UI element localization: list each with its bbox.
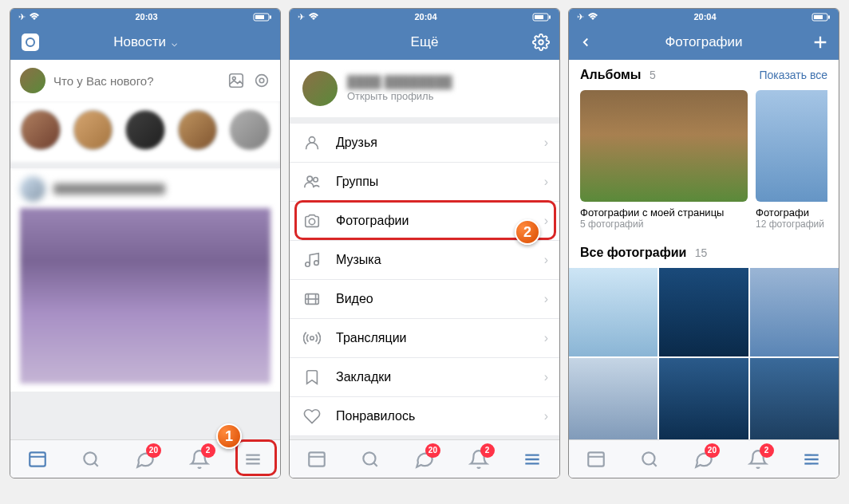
photo-thumb[interactable] xyxy=(750,268,839,356)
tab-discover[interactable] xyxy=(73,442,109,477)
svg-point-7 xyxy=(259,78,264,83)
tab-messages[interactable]: 20 xyxy=(407,442,442,477)
svg-point-8 xyxy=(256,75,268,87)
composer-input[interactable] xyxy=(53,74,219,88)
menu-label: Закладки xyxy=(336,370,391,384)
menu-broadcast[interactable]: Трансляции › xyxy=(290,319,559,358)
svg-rect-43 xyxy=(588,452,604,466)
photo-thumb[interactable] xyxy=(569,358,657,439)
post-avatar xyxy=(20,176,45,202)
tab-menu[interactable] xyxy=(235,442,270,477)
svg-rect-39 xyxy=(814,15,823,19)
album-cover xyxy=(580,90,748,202)
story[interactable] xyxy=(229,109,270,151)
header: Новости ⌵ xyxy=(10,25,280,60)
story[interactable] xyxy=(20,109,61,151)
photo-thumb[interactable] xyxy=(569,268,657,356)
header-title-dropdown[interactable]: Новости ⌵ xyxy=(113,34,177,50)
tab-messages[interactable]: 20 xyxy=(686,442,721,477)
tab-notifications[interactable]: 2 xyxy=(461,442,496,477)
svg-rect-3 xyxy=(22,33,39,51)
broadcast-icon xyxy=(302,329,322,348)
menu-label: Фотографии xyxy=(336,214,409,228)
menu-music[interactable]: Музыка › xyxy=(290,241,559,280)
chevron-right-icon: › xyxy=(544,331,548,345)
status-bar: ✈ 20:04 xyxy=(569,9,839,25)
tab-news[interactable] xyxy=(20,442,55,477)
profile-row[interactable]: ████ ████████ Открыть профиль xyxy=(290,60,559,124)
album-name: Фотографии с моей страницы xyxy=(580,207,748,219)
battery-icon xyxy=(532,13,551,22)
feed-post[interactable] xyxy=(10,168,280,392)
chevron-right-icon: › xyxy=(544,370,548,384)
album[interactable]: Фотографи 12 фотографий xyxy=(756,90,827,230)
composer[interactable] xyxy=(10,60,280,101)
photo-thumb[interactable] xyxy=(659,268,748,356)
tab-bar: 20 2 xyxy=(10,439,280,478)
badge: 2 xyxy=(480,443,495,458)
photo-thumb[interactable] xyxy=(750,358,839,439)
wifi-icon xyxy=(587,13,598,21)
svg-point-24 xyxy=(306,262,310,267)
page-title: Фотографии xyxy=(665,34,742,50)
show-all-link[interactable]: Показать все xyxy=(760,69,827,81)
album-name: Фотографи xyxy=(756,207,827,219)
chevron-right-icon: › xyxy=(544,214,548,228)
story[interactable] xyxy=(177,109,219,151)
album-sub: 5 фотографий xyxy=(580,219,748,230)
albums-title: Альбомы xyxy=(580,68,642,81)
svg-rect-31 xyxy=(309,452,325,466)
menu-video[interactable]: Видео › xyxy=(290,280,559,319)
tab-news[interactable] xyxy=(579,442,614,477)
back-button[interactable] xyxy=(579,35,593,49)
all-photos-title: Все фотографии xyxy=(580,246,686,259)
tab-messages[interactable]: 20 xyxy=(128,442,163,477)
chevron-down-icon: ⌵ xyxy=(172,37,177,49)
tab-news[interactable] xyxy=(299,442,334,477)
menu-liked[interactable]: Понравилось › xyxy=(290,397,559,436)
menu-friends[interactable]: Друзья › xyxy=(290,124,559,163)
status-time: 20:03 xyxy=(135,12,157,22)
status-time: 20:04 xyxy=(414,12,436,22)
badge: 2 xyxy=(201,443,215,458)
svg-point-25 xyxy=(314,261,319,266)
tab-discover[interactable] xyxy=(353,442,388,477)
camera-button[interactable] xyxy=(20,32,41,53)
photo-icon[interactable] xyxy=(227,72,245,89)
settings-button[interactable] xyxy=(532,33,550,51)
screen-news: ✈ 20:03 Новости ⌵ xyxy=(10,8,281,478)
album[interactable]: Фотографии с моей страницы 5 фотографий xyxy=(580,90,748,230)
live-icon[interactable] xyxy=(253,72,270,89)
all-photos-section: Все фотографии 15 xyxy=(569,238,839,268)
svg-point-45 xyxy=(643,452,655,464)
profile-name: ████ ████████ xyxy=(347,75,452,89)
page-title: Ещё xyxy=(411,34,439,50)
add-button[interactable] xyxy=(811,33,829,51)
menu-groups[interactable]: Группы › xyxy=(290,163,559,202)
menu-label: Друзья xyxy=(336,136,377,150)
tab-notifications[interactable]: 2 xyxy=(182,442,217,477)
menu-bookmarks[interactable]: Закладки › xyxy=(290,358,559,397)
screen-more: ✈ 20:04 Ещё ████ ████████ Открыть профил… xyxy=(289,8,560,478)
story[interactable] xyxy=(73,109,114,151)
tab-menu[interactable] xyxy=(794,442,829,477)
menu-photos[interactable]: Фотографии › xyxy=(290,202,559,241)
photo-thumb[interactable] xyxy=(659,358,748,439)
tab-discover[interactable] xyxy=(632,442,667,477)
chevron-right-icon: › xyxy=(544,409,548,423)
avatar xyxy=(302,71,338,106)
svg-point-20 xyxy=(309,137,314,143)
avatar xyxy=(20,68,45,93)
status-bar: ✈ 20:04 xyxy=(290,9,559,25)
profile-sub: Открыть профиль xyxy=(347,90,452,102)
stories-row[interactable] xyxy=(10,101,280,168)
svg-line-46 xyxy=(654,463,657,466)
svg-rect-1 xyxy=(255,15,264,19)
tab-menu[interactable] xyxy=(515,442,550,477)
chevron-right-icon: › xyxy=(544,136,548,150)
chevron-right-icon: › xyxy=(544,175,548,189)
story[interactable] xyxy=(124,109,166,151)
menu-label: Музыка xyxy=(336,253,381,267)
tab-notifications[interactable]: 2 xyxy=(740,442,776,477)
wifi-icon xyxy=(308,13,319,21)
